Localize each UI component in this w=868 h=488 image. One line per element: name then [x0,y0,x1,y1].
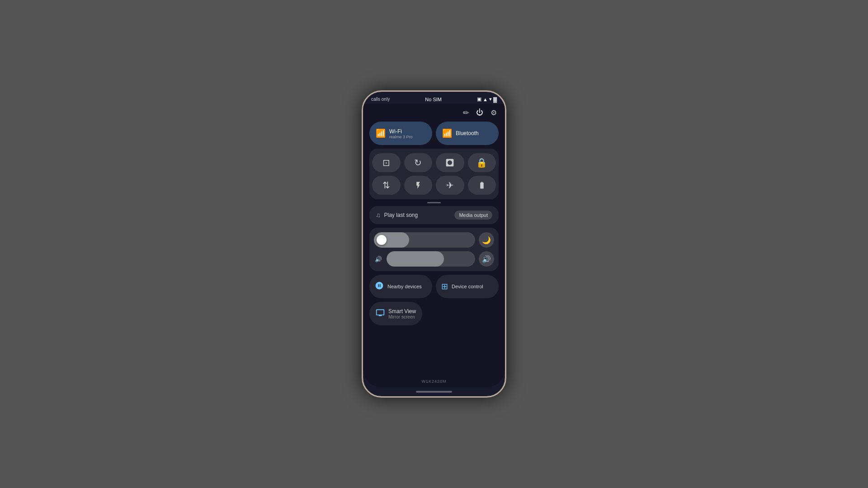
data-btn[interactable]: ⇅ [372,176,401,195]
media-output-btn[interactable]: Media output [454,211,492,220]
settings-icon[interactable]: ⚙ [491,108,497,117]
wifi-status-icon: ▾ [489,96,492,102]
top-toggles: 📶 Wi-Fi realme 3 Pro 📶 Bluetooth [369,122,499,145]
volume-left-icon: 🔊 [374,256,383,263]
smart-view-sub: Mirror screen [388,314,416,319]
smart-view-btn[interactable]: Smart View Mirror screen [369,302,422,325]
device-control-icon: ⊞ [441,282,448,291]
quick-panel: ✏ ⏻ ⚙ 📶 Wi-Fi realme 3 Pro 📶 Bluetooth [363,104,505,387]
signal-icon: ▲ [483,97,488,102]
brightness-row: 🌙 [374,232,494,248]
volume-track[interactable] [387,251,475,267]
sim-icon: ▣ [477,96,481,102]
media-label: Play last song [384,212,418,218]
brightness-thumb[interactable] [377,235,387,245]
wifi-sublabel: realme 3 Pro [389,135,413,139]
bottom-btns: Nearby devices ⊞ Device control [369,275,499,298]
airplane-btn[interactable]: ✈ [436,176,464,195]
status-right: ▣ ▲ ▾ ▓ [477,96,497,102]
volume-row: 🔊 🔊 [374,251,494,267]
nearby-devices-icon [375,281,384,292]
nearby-devices-btn[interactable]: Nearby devices [369,275,432,298]
smart-view-label: Smart View [388,308,416,314]
volume-fill [387,251,444,267]
model-text: W1K2420M [363,379,505,384]
status-center: No SIM [425,97,442,102]
edit-row: ✏ ⏻ ⚙ [369,108,499,118]
wifi-toggle[interactable]: 📶 Wi-Fi realme 3 Pro [369,122,432,145]
home-indicator[interactable] [416,391,452,393]
rotate-btn[interactable]: ↻ [404,153,433,172]
night-mode-btn[interactable]: 🌙 [479,232,494,248]
smart-view-text: Smart View Mirror screen [388,308,416,319]
volume-btn[interactable]: 🔊 [479,251,494,267]
status-left: calls only [371,97,390,102]
phone: calls only No SIM ▣ ▲ ▾ ▓ ✏ ⏻ ⚙ 📶 [362,90,506,398]
scroll-indicator [427,202,441,203]
device-control-label: Device control [452,284,483,289]
nfc-btn[interactable] [436,153,464,172]
media-row: ♫ Play last song Media output [369,206,499,224]
device-control-btn[interactable]: ⊞ Device control [436,275,499,298]
sliders-section: 🌙 🔊 🔊 [369,228,499,271]
music-icon: ♫ [376,211,381,219]
screenshot-btn[interactable]: ⊡ [372,153,401,172]
wifi-label: Wi-Fi [389,128,402,135]
nearby-devices-label: Nearby devices [387,284,422,289]
bluetooth-icon: 📶 [442,128,452,138]
lock-btn[interactable]: 🔒 [468,153,496,172]
smart-view-icon [376,308,385,319]
home-bar [363,387,505,396]
pencil-icon[interactable]: ✏ [463,108,469,117]
phone-wrapper: calls only No SIM ▣ ▲ ▾ ▓ ✏ ⏻ ⚙ 📶 [362,90,506,398]
status-bar: calls only No SIM ▣ ▲ ▾ ▓ [363,92,505,104]
wifi-icon: 📶 [376,128,386,138]
bluetooth-label: Bluetooth [456,130,479,136]
flashlight-btn[interactable] [404,176,433,195]
battery-saver-btn[interactable] [468,176,496,195]
power-icon[interactable]: ⏻ [476,108,483,117]
bluetooth-toggle[interactable]: 📶 Bluetooth [436,122,499,145]
brightness-track[interactable] [374,232,475,248]
battery-icon: ▓ [493,97,497,102]
quick-icons-grid: ⊡ ↻ 🔒 ⇅ ✈ [369,149,499,199]
media-left: ♫ Play last song [376,211,418,219]
